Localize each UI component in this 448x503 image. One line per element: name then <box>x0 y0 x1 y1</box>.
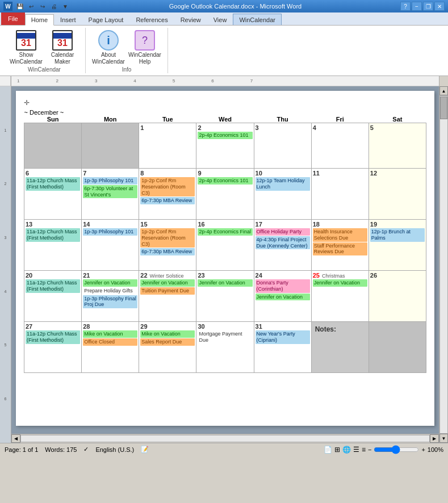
horizontal-scrollbar: ◀ ▶ <box>11 434 439 443</box>
event-mike-vac-29: Mike on Vacation <box>140 330 195 338</box>
cell-w2-wed: 9 2p-4p Economics 101 <box>196 169 254 220</box>
day-10: 10 <box>256 170 310 177</box>
event-philosophy-w2: 1p-3p Philosophy 101 <box>83 177 137 185</box>
page: ✛ ~ December ~ Sun Mon Tue Wed Thu Fri <box>16 91 434 426</box>
day-27: 27 <box>26 323 80 330</box>
christmas-label: Christmas <box>322 273 345 279</box>
event-tuition: Tuition Payment Due <box>140 287 195 295</box>
cell-w5-sat <box>369 322 426 373</box>
cell-w4-mon: 21 Jennifer on Vacation Prepare Holiday … <box>82 271 139 322</box>
day-25: 25 <box>313 272 320 279</box>
scroll-right-btn[interactable]: ▶ <box>430 434 439 443</box>
tab-file[interactable]: File <box>1 12 25 25</box>
event-confroom-w2: 1p-2p Conf Rm Reservation (Room C3) <box>140 177 195 196</box>
event-economics-final: 2p-4p Economics Final <box>198 228 252 236</box>
undo-qa-btn[interactable]: ↩ <box>26 2 36 11</box>
cell-w4-fri: 25 Christmas Jennifer on Vacation <box>311 271 369 322</box>
event-confroom-w3: 1p-2p Conf Rm Reservation (Room C3) <box>140 228 195 248</box>
day-21: 21 <box>83 272 137 279</box>
help-btn[interactable]: ? <box>400 2 411 11</box>
event-holiday-party: Office Holiday Party <box>256 228 310 236</box>
tab-wincalendar[interactable]: WinCalendar <box>233 14 282 25</box>
tab-insert[interactable]: Insert <box>54 14 82 25</box>
about-wincalendar-button[interactable]: i AboutWinCalendar <box>91 29 125 66</box>
ribbon-group-items-2: i AboutWinCalendar ? WinCalendarHelp <box>91 29 162 66</box>
tab-references[interactable]: References <box>129 14 174 25</box>
day-15: 15 <box>140 221 195 228</box>
show-wincalendar-button[interactable]: 31 ShowWinCalendar <box>9 29 43 66</box>
zoom-level: 100% <box>428 446 443 453</box>
scroll-down-btn[interactable]: ▼ <box>439 434 448 443</box>
about-wincalendar-label: AboutWinCalendar <box>92 52 125 65</box>
view-draft-btn[interactable]: ≡ <box>362 446 366 454</box>
window-controls: ? − ❐ ✕ <box>400 2 445 11</box>
event-economics-w2: 2p-4p Economics 101 <box>198 177 252 185</box>
zoom-in-btn[interactable]: + <box>421 446 425 453</box>
view-web-btn[interactable]: 🌐 <box>342 446 351 454</box>
cell-w3-fri: 18 Health Insurance Selections Due Staff… <box>311 220 369 271</box>
cell-w1-wed: 2 2p-4p Economics 101 <box>196 123 254 169</box>
week-2-row: 6 11a-12p Church Mass (First Methodist) … <box>24 169 426 220</box>
ruler-corner <box>0 76 11 86</box>
day-18: 18 <box>313 221 367 228</box>
event-holiday-lunch: 12p-1p Team Holiday Lunch <box>256 177 310 191</box>
view-fullscreen-btn[interactable]: ⊞ <box>334 446 340 454</box>
show-wincalendar-label: ShowWinCalendar <box>10 52 43 65</box>
day-8: 8 <box>140 170 195 177</box>
print-qa-btn[interactable]: 🖨 <box>49 2 59 11</box>
help-wincalendar-button[interactable]: ? WinCalendarHelp <box>128 29 162 66</box>
event-mike-vac-28: Mike on Vacation <box>83 330 137 338</box>
tab-view[interactable]: View <box>207 14 233 25</box>
day-6: 6 <box>26 170 80 177</box>
cell-w4-sun: 20 11a-12p Church Mass (First Methodist) <box>24 271 82 322</box>
calendar-maker-button[interactable]: 31 CalendarMaker <box>45 29 79 66</box>
title-bar: W 💾 ↩ ↪ 🖨 ▼ Google Outlook Calendar.docx… <box>0 0 448 12</box>
ribbon-content: 31 ShowWinCalendar 31 CalendarMaker WinC… <box>0 25 448 76</box>
day-25-row: 25 Christmas <box>313 272 367 279</box>
view-outline-btn[interactable]: ☰ <box>353 446 359 454</box>
scroll-v-track[interactable] <box>439 95 448 434</box>
document-area: 123456 1 2 3 4 5 6 7 ✛ ~ Dece <box>0 76 448 443</box>
scroll-up-btn[interactable]: ▲ <box>439 86 448 95</box>
tab-home[interactable]: Home <box>25 14 54 26</box>
zoom-slider[interactable] <box>374 446 419 453</box>
view-print-btn[interactable]: 📄 <box>324 446 332 454</box>
header-wed: Wed <box>196 116 254 123</box>
cell-w3-wed: 16 2p-4p Economics Final <box>196 220 254 271</box>
ribbon-group-info: i AboutWinCalendar ? WinCalendarHelp Inf… <box>86 28 168 73</box>
calendar-maker-label: CalendarMaker <box>51 52 74 65</box>
show-wincalendar-icon: 31 <box>16 30 36 51</box>
redo-qa-btn[interactable]: ↪ <box>37 2 48 11</box>
cell-w3-thu: 17 Office Holiday Party 4p-4:30p Final P… <box>254 220 311 271</box>
day-26: 26 <box>370 272 425 279</box>
calendar-maker-icon: 31 <box>52 30 73 51</box>
day-23: 23 <box>198 272 252 279</box>
day-5: 5 <box>370 124 425 131</box>
close-btn[interactable]: ✕ <box>434 2 445 11</box>
restore-btn[interactable]: ❐ <box>423 2 433 11</box>
page-container[interactable]: ✛ ~ December ~ Sun Mon Tue Wed Thu Fri <box>11 86 439 434</box>
ribbon-group-wincalendar: 31 ShowWinCalendar 31 CalendarMaker WinC… <box>3 28 86 73</box>
header-thu: Thu <box>254 116 311 123</box>
spell-check-icon[interactable]: ✓ <box>83 446 89 453</box>
week-1-row: 1 2 2p-4p Economics 101 3 4 <box>24 123 426 169</box>
save-qa-btn[interactable]: 💾 <box>15 2 25 11</box>
tab-pagelayout[interactable]: Page Layout <box>82 14 130 25</box>
event-mba-w3: 6p-7:30p MBA Review <box>140 248 195 255</box>
cell-w4-thu: 24 Donna's Party (Corinthian) Jennifer o… <box>254 271 311 322</box>
tab-review[interactable]: Review <box>174 14 207 25</box>
day-14: 14 <box>83 221 137 228</box>
cell-w1-sun <box>24 123 82 169</box>
status-left: Page: 1 of 1 Words: 175 ✓ English (U.S.)… <box>5 446 149 453</box>
event-holiday-gifts: Prepare Holiday Gifts <box>83 287 137 295</box>
minimize-btn[interactable]: − <box>412 2 422 11</box>
day-11: 11 <box>313 170 367 177</box>
scroll-h-track[interactable] <box>20 435 430 442</box>
scroll-left-btn[interactable]: ◀ <box>11 434 20 443</box>
zoom-out-btn[interactable]: − <box>368 446 371 453</box>
event-jennifer-vac-24: Jennifer on Vacation <box>256 294 310 301</box>
ribbon-group-items-1: 31 ShowWinCalendar 31 CalendarMaker <box>9 29 79 66</box>
winter-solstice-label: Winter Solstice <box>150 273 184 279</box>
more-qa-btn[interactable]: ▼ <box>60 2 70 11</box>
cell-w2-fri: 11 <box>311 169 369 220</box>
